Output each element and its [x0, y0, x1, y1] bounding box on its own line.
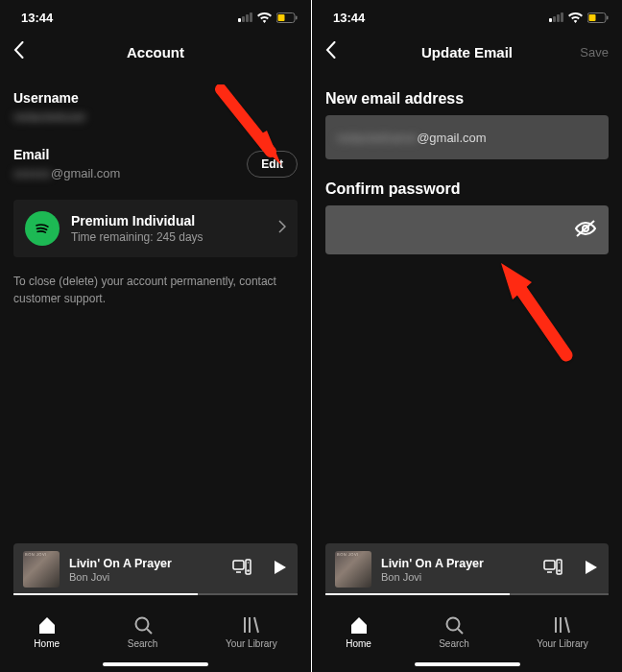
svg-point-15: [558, 569, 560, 571]
back-button[interactable]: [13, 41, 24, 62]
status-bar: 13:44: [312, 0, 622, 31]
tab-library-label: Your Library: [537, 638, 588, 649]
premium-title: Premium Individual: [71, 213, 267, 228]
username-value: redacteduser: [13, 109, 298, 124]
header: Update Email Save: [312, 31, 622, 73]
wifi-icon: [257, 12, 272, 23]
new-email-label: New email address: [325, 90, 609, 108]
track-title: Livin' On A Prayer: [69, 557, 223, 570]
track-artist: Bon Jovi: [69, 571, 223, 583]
track-artist: Bon Jovi: [381, 571, 534, 583]
svg-point-7: [248, 562, 249, 563]
update-email-screen: 13:44 Update Email Save New email addres…: [311, 0, 622, 672]
tab-search[interactable]: Search: [439, 614, 469, 649]
track-title: Livin' On A Prayer: [381, 557, 534, 570]
tab-search-label: Search: [128, 638, 158, 649]
status-indicators: [238, 12, 298, 23]
svg-point-6: [247, 569, 249, 571]
svg-rect-13: [544, 561, 555, 569]
svg-rect-10: [589, 14, 596, 21]
svg-rect-11: [607, 15, 609, 19]
new-email-input[interactable]: redactedname@gmail.com: [325, 115, 609, 159]
status-time: 13:44: [333, 11, 365, 25]
battery-icon: [587, 12, 609, 23]
tab-bar: Home Search Your Library: [0, 609, 311, 655]
playback-progress: [13, 593, 298, 595]
confirm-password-label: Confirm password: [325, 180, 609, 198]
svg-point-17: [447, 618, 460, 631]
svg-rect-1: [278, 14, 285, 21]
tab-bar: Home Search Your Library: [312, 609, 622, 655]
svg-point-8: [135, 618, 148, 631]
page-title: Update Email: [421, 44, 513, 60]
tab-home[interactable]: Home: [346, 614, 371, 649]
page-title: Account: [127, 44, 184, 60]
premium-card[interactable]: Premium Individual Time remaining: 245 d…: [13, 200, 298, 257]
devices-icon[interactable]: [232, 559, 251, 580]
status-indicators: [549, 12, 609, 23]
email-value: xxxxxx@gmail.com: [13, 166, 120, 180]
email-section: Email xxxxxx@gmail.com Edit: [13, 147, 298, 180]
status-time: 13:44: [21, 11, 53, 25]
track-info: Livin' On A Prayer Bon Jovi: [69, 557, 223, 583]
devices-icon[interactable]: [543, 559, 562, 580]
close-account-text: To close (delete) your account permanent…: [13, 273, 298, 307]
email-label: Email: [13, 147, 120, 162]
svg-point-16: [559, 562, 560, 563]
now-playing-bar[interactable]: Livin' On A Prayer Bon Jovi: [325, 543, 609, 595]
chevron-right-icon: [278, 220, 286, 237]
save-button[interactable]: Save: [580, 45, 609, 60]
tab-home-label: Home: [346, 638, 371, 649]
home-indicator: [103, 662, 208, 666]
status-bar: 13:44: [0, 0, 311, 31]
tab-home-label: Home: [34, 638, 60, 649]
tab-search-label: Search: [439, 638, 469, 649]
svg-rect-2: [296, 15, 298, 19]
album-art: [23, 551, 60, 588]
edit-button[interactable]: Edit: [247, 151, 298, 178]
play-icon[interactable]: [582, 559, 599, 580]
wifi-icon: [568, 12, 583, 23]
premium-subtitle: Time remaining: 245 days: [71, 230, 267, 244]
spotify-icon: [25, 211, 60, 246]
home-indicator: [415, 662, 520, 666]
album-art: [335, 551, 371, 588]
cellular-icon: [549, 12, 563, 22]
tab-search[interactable]: Search: [128, 614, 158, 649]
back-button[interactable]: [325, 41, 336, 62]
play-icon[interactable]: [271, 559, 288, 580]
account-screen: 13:44 Account Username redacteduser Emai…: [0, 0, 311, 672]
now-playing-bar[interactable]: Livin' On A Prayer Bon Jovi: [13, 543, 298, 595]
header: Account: [0, 31, 311, 73]
tab-library-label: Your Library: [226, 638, 277, 649]
cellular-icon: [238, 12, 252, 22]
playback-progress: [325, 593, 609, 595]
username-label: Username: [13, 90, 298, 106]
tab-library[interactable]: Your Library: [226, 614, 277, 649]
tab-home[interactable]: Home: [34, 614, 60, 649]
confirm-password-input[interactable]: [325, 205, 609, 254]
eye-off-icon[interactable]: [574, 219, 597, 241]
svg-rect-14: [557, 560, 562, 574]
track-info: Livin' On A Prayer Bon Jovi: [381, 557, 534, 583]
tab-library[interactable]: Your Library: [537, 614, 588, 649]
svg-rect-4: [233, 561, 244, 569]
svg-rect-5: [246, 560, 251, 574]
battery-icon: [276, 12, 298, 23]
